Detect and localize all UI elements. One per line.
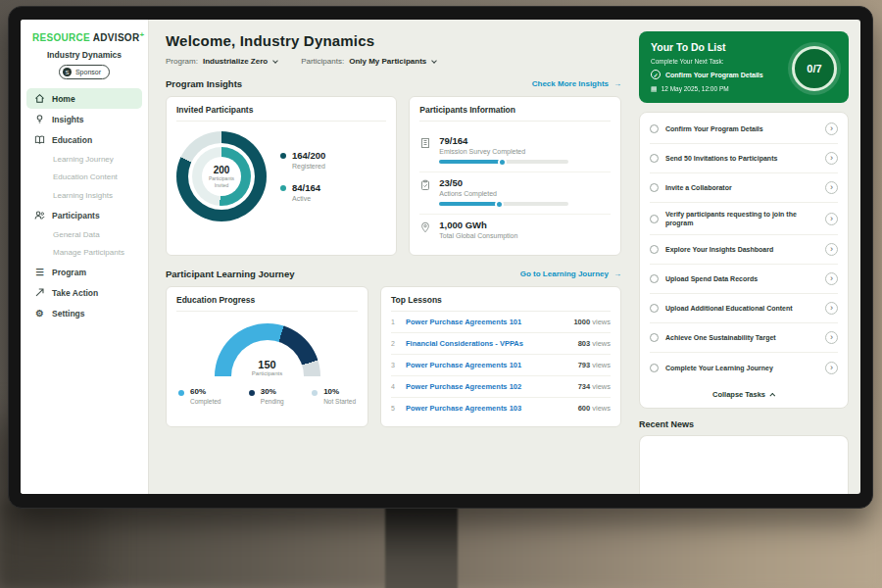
lesson-title-link[interactable]: Power Purchase Agreements 102	[406, 382, 571, 391]
lesson-title-link[interactable]: Power Purchase Agreements 103	[406, 404, 571, 413]
sidebar-item-learning-journey[interactable]: Learning Journey	[21, 150, 148, 169]
chevron-right-icon[interactable]: ›	[825, 213, 838, 225]
invited-participants-card: Invited Participants 200 Participants In…	[166, 96, 397, 256]
task-checkbox[interactable]	[650, 124, 659, 133]
task-row[interactable]: Invite a Collaborator ›	[650, 173, 838, 203]
task-checkbox[interactable]	[650, 215, 659, 223]
lesson-title-link[interactable]: Financial Considerations - VPPAs	[406, 339, 571, 348]
donut-center: 200 Participants Invited	[202, 157, 241, 196]
task-row[interactable]: Complete Your Learning Journey ›	[650, 353, 838, 382]
task-row[interactable]: Confirm Your Program Details ›	[650, 115, 838, 144]
lesson-rank: 1	[391, 318, 399, 325]
donut-center-label: Participants Invited	[202, 175, 241, 188]
todo-task-list: Confirm Your Program Details › Send 50 I…	[639, 112, 849, 409]
program-insights-header: Program Insights Check More Insights →	[166, 78, 621, 89]
chevron-right-icon[interactable]: ›	[825, 362, 838, 374]
progress-knob	[495, 200, 504, 209]
donut-center-value: 200	[214, 165, 230, 175]
gauge-center-label: Participants	[215, 370, 320, 376]
lesson-title-link[interactable]: Power Purchase Agreements 101	[406, 318, 566, 326]
page-title: Welcome, Industry Dynamics	[166, 32, 621, 49]
sidebar-item-label: Insights	[52, 115, 84, 124]
todo-progress-ring: 0/7	[792, 46, 837, 91]
go-to-learning-journey-link[interactable]: Go to Learning Journey →	[520, 270, 621, 278]
chevron-right-icon[interactable]: ›	[825, 331, 838, 344]
chevron-right-icon[interactable]: ›	[825, 302, 838, 315]
task-checkbox[interactable]	[650, 274, 659, 283]
education-progress-card: Education Progress 150 Participants	[166, 286, 368, 427]
lesson-views-word: views	[592, 382, 611, 391]
legend-item-not-started: 10% Not Started	[312, 388, 356, 405]
lightbulb-icon	[34, 114, 45, 124]
lesson-row: 1 Power Purchase Agreements 101 1000 vie…	[391, 312, 611, 333]
sidebar-item-learning-insights[interactable]: Learning Insights	[21, 187, 148, 206]
legend-value: 84/164	[292, 183, 320, 193]
task-checkbox[interactable]	[650, 333, 659, 342]
sidebar-item-label: Home	[52, 94, 75, 104]
task-row[interactable]: Verify participants requesting to join t…	[650, 203, 838, 235]
card-title: Participants Information	[419, 105, 611, 122]
chevron-right-icon[interactable]: ›	[825, 243, 838, 256]
task-checkbox[interactable]	[650, 304, 659, 313]
sidebar-item-manage-participants[interactable]: Manage Participants	[21, 244, 148, 263]
monitor-frame: RESOURCE ADVISOR+ Industry Dynamics S Sp…	[8, 6, 873, 509]
collapse-tasks-label: Collapse Tasks	[712, 390, 765, 399]
program-select-label: Program:	[166, 57, 198, 66]
filter-bar: Program: Industrialize Zero Participants…	[166, 57, 621, 66]
check-more-insights-link[interactable]: Check More Insights →	[532, 79, 621, 88]
chevron-right-icon[interactable]: ›	[825, 122, 838, 135]
legend-item-completed: 60% Completed	[178, 388, 220, 405]
task-checkbox[interactable]	[650, 245, 659, 254]
todo-next-task-label: Confirm Your Program Details	[665, 72, 763, 78]
sidebar-item-general-data[interactable]: General Data	[21, 225, 148, 244]
education-gauge-chart: 150 Participants	[215, 323, 320, 376]
sidebar-item-program[interactable]: ☰ Program	[21, 262, 148, 282]
logo-text-secondary: ADVISOR	[93, 32, 140, 43]
sidebar-item-education[interactable]: Education	[21, 129, 148, 150]
participants-select[interactable]: Participants: Only My Participants	[301, 57, 436, 66]
lesson-views-word: views	[592, 318, 611, 326]
gauge-center: 150 Participants	[215, 359, 320, 376]
stat-label: Total Global Consumption	[439, 232, 517, 239]
task-row[interactable]: Upload Additional Educational Content ›	[650, 294, 838, 323]
sidebar-item-education-content[interactable]: Education Content	[21, 169, 148, 187]
task-checkbox[interactable]	[650, 183, 659, 192]
task-row[interactable]: Upload Spend Data Records ›	[650, 265, 838, 294]
task-checkbox[interactable]	[650, 154, 659, 163]
sidebar-item-insights[interactable]: Insights	[21, 109, 148, 129]
chevron-up-icon	[769, 393, 775, 399]
sidebar-item-label: General Data	[53, 230, 100, 240]
lesson-title-link[interactable]: Power Purchase Agreements 101	[406, 361, 571, 369]
task-checkbox[interactable]	[650, 364, 659, 372]
chevron-right-icon[interactable]: ›	[825, 181, 838, 194]
lesson-rank: 2	[391, 340, 399, 347]
arrow-right-icon: →	[613, 270, 621, 278]
chevron-right-icon[interactable]: ›	[825, 272, 838, 285]
legend-dot	[280, 185, 286, 191]
logo-plus: +	[139, 30, 144, 39]
emission-progress-bar	[439, 160, 568, 164]
sidebar-item-participants[interactable]: Participants	[21, 205, 148, 225]
sidebar-item-take-action[interactable]: Take Action	[21, 282, 148, 303]
main-content: Welcome, Industry Dynamics Program: Indu…	[149, 20, 633, 494]
org-name: Industry Dynamics	[21, 50, 148, 60]
sponsor-badge[interactable]: S Sponsor	[59, 65, 110, 79]
insights-cards: Invited Participants 200 Participants In…	[166, 96, 621, 256]
logo-text-primary: RESOURCE	[32, 32, 90, 43]
legend-label: Completed	[190, 398, 220, 405]
sidebar-item-label: Settings	[52, 309, 85, 318]
task-row[interactable]: Achieve One Sustainability Target ›	[650, 323, 838, 353]
sidebar-item-home[interactable]: Home	[26, 88, 142, 109]
app-logo: RESOURCE ADVISOR+	[21, 20, 148, 45]
learning-journey-header: Participant Learning Journey Go to Learn…	[166, 269, 621, 279]
collapse-tasks-button[interactable]: Collapse Tasks	[650, 382, 838, 404]
gear-icon: ⚙	[34, 308, 45, 318]
people-icon	[34, 210, 45, 220]
chevron-right-icon[interactable]: ›	[825, 152, 838, 165]
todo-summary-card: Your To Do List Complete Your Next Task:…	[639, 31, 849, 103]
program-select[interactable]: Program: Industrialize Zero	[166, 57, 277, 66]
sidebar-item-settings[interactable]: ⚙ Settings	[21, 303, 148, 323]
task-row[interactable]: Explore Your Insights Dashboard ›	[650, 235, 838, 265]
task-row[interactable]: Send 50 Invitations to Participants ›	[650, 144, 838, 173]
todo-next-task[interactable]: ✓ Confirm Your Program Details	[651, 70, 788, 79]
